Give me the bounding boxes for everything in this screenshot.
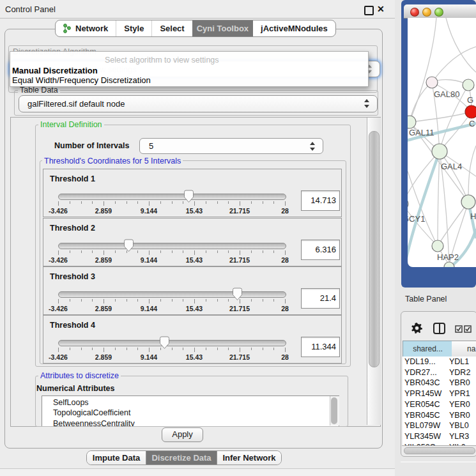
network-edge — [440, 151, 468, 202]
float-window-icon[interactable] — [364, 6, 374, 15]
node-label: GAL80 — [434, 89, 459, 99]
dropdown-option-equal-width[interactable]: Equal Width/Frequency Discretization — [12, 75, 151, 85]
tab-cyni-toolbox[interactable]: Cyni Toolbox — [192, 20, 253, 36]
threshold-value-field[interactable]: 6.316 — [301, 240, 340, 260]
horizontal-scrollbar-thumb[interactable] — [404, 447, 475, 454]
threshold-slider-track[interactable] — [58, 194, 286, 200]
spinner-value: 5 — [149, 141, 153, 151]
network-node[interactable] — [444, 262, 454, 267]
threshold-slider-track[interactable] — [58, 291, 286, 298]
table-row[interactable]: YER054CYER0 — [403, 399, 476, 410]
close-traffic-light[interactable] — [410, 8, 419, 17]
apply-button[interactable]: Apply — [162, 427, 203, 442]
tab-jactivemnodules[interactable]: jActiveMNodules — [253, 20, 335, 36]
network-node[interactable] — [408, 198, 408, 210]
numerical-attributes-list[interactable]: SelfLoopsTopologicalCoefficientBetweenne… — [42, 395, 339, 426]
algorithm-dropdown-popup: Select algorithm to view settings Manual… — [10, 51, 369, 87]
network-node[interactable] — [408, 116, 416, 128]
threshold-slider-track[interactable] — [58, 243, 286, 249]
select-checkbox-icon[interactable] — [455, 325, 463, 333]
node-label: HAP2 — [437, 252, 459, 262]
table-row[interactable]: YBR045CYBR0 — [403, 410, 476, 421]
select-all-checkbox-icon[interactable] — [464, 325, 472, 333]
table-row[interactable]: YDR27...YDR2 — [403, 367, 476, 378]
network-icon — [63, 24, 72, 33]
table-data-title: Table Data — [18, 86, 60, 95]
threshold-value-field[interactable]: 14.713 — [301, 190, 340, 211]
network-edge — [446, 18, 476, 72]
gear-icon[interactable] — [411, 323, 422, 334]
table-row[interactable]: YLR345WYLR3 — [403, 431, 476, 442]
minimize-traffic-light[interactable] — [422, 8, 431, 17]
zoom-traffic-light[interactable] — [434, 8, 443, 17]
table-row[interactable]: YPR145WYPR1 — [403, 388, 476, 399]
attribute-item[interactable]: TopologicalCoefficient — [53, 408, 130, 417]
node-label: G — [467, 95, 473, 105]
column-header-shared-name[interactable]: shared... — [403, 341, 453, 357]
threshold-slider-thumb[interactable] — [183, 190, 194, 203]
tab-select[interactable]: Select — [152, 20, 192, 36]
network-canvas[interactable]: GAL80GCGAL11GAL4GCY1HHAP2 — [408, 18, 476, 267]
threshold-slider-thumb[interactable] — [159, 336, 170, 349]
split-view-icon[interactable] — [433, 323, 445, 334]
network-node[interactable] — [432, 144, 447, 159]
bottom-tab-discretize-data[interactable]: Discretize Data — [146, 451, 217, 464]
network-edge — [410, 112, 472, 122]
table-panel-title: Table Panel — [405, 295, 447, 303]
network-edge — [438, 202, 468, 246]
node-label: C — [469, 119, 475, 128]
close-icon[interactable]: ✕ — [377, 4, 385, 14]
threshold-panel-1: Threshold 1-3.4262.8599.14415.4321.71528… — [43, 169, 342, 217]
table-data-combobox-value: galFiltered.sif default node — [27, 99, 125, 109]
table-row[interactable]: YDL19...YDL1 — [403, 357, 476, 367]
attribute-item[interactable]: BetweennessCentrality — [53, 419, 135, 426]
threshold-slider-thumb[interactable] — [123, 239, 134, 252]
dropdown-option-manual[interactable]: Manual Discretization — [12, 66, 98, 75]
column-header-name[interactable]: na — [452, 341, 476, 357]
list-scrollbar-thumb[interactable] — [331, 397, 337, 424]
window-title: Control Panel — [5, 4, 56, 14]
node-label: GAL11 — [409, 128, 434, 137]
interval-definition-title: Interval Definition — [38, 120, 104, 129]
bottom-tab-impute-data[interactable]: Impute Data — [87, 451, 146, 464]
network-edge — [438, 151, 440, 246]
threshold-label: Threshold 3 — [50, 272, 95, 281]
combobox-arrows-icon — [364, 98, 369, 109]
threshold-label: Threshold 1 — [50, 174, 95, 183]
network-node[interactable] — [432, 240, 443, 252]
table-data-combobox[interactable]: galFiltered.sif default node — [19, 95, 378, 112]
node-label: GCY1 — [408, 214, 425, 224]
threshold-slider-thumb[interactable] — [232, 288, 243, 301]
bottom-tab-infer-network[interactable]: Infer Network — [217, 451, 281, 464]
network-node[interactable] — [465, 105, 476, 118]
node-label: GAL4 — [441, 162, 462, 171]
threshold-slider-track[interactable] — [58, 340, 286, 346]
dropdown-placeholder-item[interactable]: Select algorithm to view settings — [105, 56, 219, 65]
network-node[interactable] — [426, 77, 438, 88]
app: Control Panel ✕ NetworkStyleSelectCyni T… — [0, 0, 476, 476]
network-edge — [410, 18, 436, 122]
tab-style[interactable]: Style — [116, 20, 152, 36]
threshold-panel-4: Threshold 4-3.4262.8599.14415.4321.71528… — [43, 315, 342, 364]
top-tab-bar: NetworkStyleSelectCyni ToolboxjActiveMNo… — [55, 20, 336, 37]
tab-network[interactable]: Network — [56, 20, 116, 36]
number-of-intervals-spinner[interactable]: 5 — [139, 138, 323, 154]
control-panel-titlebar: Control Panel ✕ — [0, 0, 395, 19]
spinner-arrows-icon[interactable] — [310, 141, 315, 151]
threshold-label: Threshold 2 — [50, 224, 95, 233]
threshold-label: Threshold 4 — [50, 321, 95, 330]
numerical-attributes-label: Numerical Attributes — [36, 384, 114, 393]
threshold-value-field[interactable]: 11.344 — [301, 337, 340, 357]
node-label: H — [470, 211, 476, 221]
network-node[interactable] — [461, 195, 475, 209]
desktop-strip — [0, 469, 395, 476]
network-node[interactable] — [463, 79, 474, 91]
attribute-item[interactable]: SelfLoops — [53, 398, 89, 407]
threshold-value-field[interactable]: 21.4 — [301, 288, 340, 309]
thresholds-group-title: Threshold's Coordinates for 5 Intervals — [42, 157, 183, 165]
vertical-scrollbar-thumb[interactable] — [369, 131, 380, 367]
table-row[interactable]: YBL079WYBL0 — [403, 420, 476, 431]
table-row[interactable]: YBR043CYBR0 — [403, 378, 476, 388]
network-edge — [432, 47, 476, 82]
threshold-panel-3: Threshold 3-3.4262.8599.14415.4321.71528… — [43, 266, 342, 315]
